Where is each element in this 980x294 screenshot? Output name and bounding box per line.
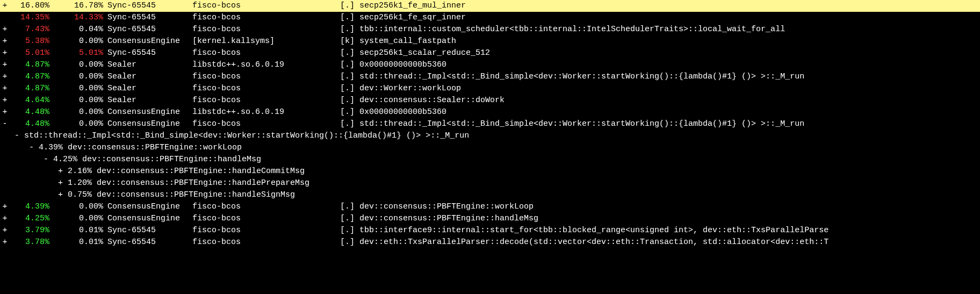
perf-row[interactable]: +16.80%16.78%Sync-65545fisco-bcos[.]secp… [0, 0, 980, 12]
expander-icon[interactable]: + [0, 24, 10, 35]
shared-object: fisco-bcos [192, 12, 340, 24]
expander-icon[interactable]: + [0, 35, 10, 47]
shared-object: fisco-bcos [192, 213, 340, 225]
self-percent: 5.01% [54, 47, 107, 59]
expander-icon[interactable]: + [0, 106, 10, 118]
perf-report: +16.80%16.78%Sync-65545fisco-bcos[.]secp… [0, 0, 980, 248]
command-name: Sync-65545 [107, 24, 192, 35]
symbol-name: 0x00000000000b5360 [359, 59, 980, 71]
command-name: Sync-65545 [107, 236, 192, 248]
command-name: ConsensusEngine [107, 35, 192, 47]
shared-object: fisco-bcos [192, 47, 340, 59]
overhead-percent: 4.48% [10, 106, 54, 118]
overhead-percent: 16.80% [10, 0, 54, 12]
command-name: Sealer [107, 95, 192, 106]
shared-object: fisco-bcos [192, 24, 340, 35]
command-name: Sync-65545 [107, 12, 192, 24]
command-name: Sealer [107, 83, 192, 95]
command-name: ConsensusEngine [107, 106, 192, 118]
marker: [.] [340, 225, 359, 236]
overhead-percent: 5.38% [10, 35, 54, 47]
self-percent: 0.00% [54, 83, 107, 95]
command-name: Sealer [107, 71, 192, 83]
callchain-row[interactable]: - std::thread::_Impl<std::_Bind_simple<d… [0, 130, 980, 142]
symbol-name: secp256k1_fe_sqr_inner [359, 12, 980, 24]
symbol-name: secp256k1_scalar_reduce_512 [359, 47, 980, 59]
expander-icon[interactable]: + [0, 83, 10, 95]
symbol-name: tbb::interface9::internal::start_for<tbb… [359, 225, 980, 236]
expander-icon[interactable]: - [0, 118, 10, 130]
self-percent: 0.00% [54, 71, 107, 83]
symbol-name: std::thread::_Impl<std::_Bind_simple<dev… [359, 118, 980, 130]
perf-row[interactable]: +5.01%5.01%Sync-65545fisco-bcos[.]secp25… [0, 47, 980, 59]
shared-object: fisco-bcos [192, 71, 340, 83]
overhead-percent: 4.64% [10, 95, 54, 106]
marker: [k] [340, 35, 359, 47]
perf-row[interactable]: -4.48%0.00%ConsensusEnginefisco-bcos[.]s… [0, 118, 980, 130]
overhead-percent: 4.87% [10, 83, 54, 95]
marker: [.] [340, 59, 359, 71]
shared-object: fisco-bcos [192, 118, 340, 130]
expander-icon[interactable]: + [0, 71, 10, 83]
self-percent: 0.00% [54, 95, 107, 106]
shared-object: fisco-bcos [192, 236, 340, 248]
marker: [.] [340, 106, 359, 118]
shared-object: fisco-bcos [192, 225, 340, 236]
perf-row[interactable]: +4.48%0.00%ConsensusEnginelibstdc++.so.6… [0, 106, 980, 118]
perf-row[interactable]: +4.87%0.00%Sealerfisco-bcos[.]dev::Worke… [0, 83, 980, 95]
expander-icon[interactable]: + [0, 201, 10, 213]
symbol-name: dev::consensus::PBFTEngine::handleMsg [359, 213, 980, 225]
callchain-text: - 4.25% dev::consensus::PBFTEngine::hand… [0, 154, 261, 166]
self-percent: 0.00% [54, 201, 107, 213]
symbol-name: dev::eth::TxsParallelParser::decode(std:… [359, 236, 980, 248]
perf-row[interactable]: +4.64%0.00%Sealerfisco-bcos[.]dev::conse… [0, 95, 980, 106]
callchain-text: - std::thread::_Impl<std::_Bind_simple<d… [0, 130, 469, 142]
overhead-percent: 14.35% [10, 12, 54, 24]
perf-row[interactable]: +4.87%0.00%Sealerlibstdc++.so.6.0.19[.]0… [0, 59, 980, 71]
self-percent: 0.00% [54, 35, 107, 47]
self-percent: 0.00% [54, 213, 107, 225]
perf-row[interactable]: +4.87%0.00%Sealerfisco-bcos[.]std::threa… [0, 71, 980, 83]
perf-row[interactable]: +3.78%0.01%Sync-65545fisco-bcos[.]dev::e… [0, 236, 980, 248]
overhead-percent: 3.78% [10, 236, 54, 248]
symbol-name: 0x00000000000b5360 [359, 106, 980, 118]
callchain-row[interactable]: - 4.25% dev::consensus::PBFTEngine::hand… [0, 154, 980, 166]
overhead-percent: 4.87% [10, 71, 54, 83]
perf-row[interactable]: +5.38%0.00%ConsensusEngine[kernel.kallsy… [0, 35, 980, 47]
perf-row[interactable]: +4.25%0.00%ConsensusEnginefisco-bcos[.]d… [0, 213, 980, 225]
callchain-text: + 0.75% dev::consensus::PBFTEngine::hand… [0, 189, 295, 201]
command-name: ConsensusEngine [107, 213, 192, 225]
expander-icon[interactable]: + [0, 0, 10, 12]
shared-object: [kernel.kallsyms] [192, 35, 340, 47]
perf-row[interactable]: +7.43%0.04%Sync-65545fisco-bcos[.]tbb::i… [0, 24, 980, 35]
marker: [.] [340, 47, 359, 59]
marker: [.] [340, 213, 359, 225]
callchain-row[interactable]: - 4.39% dev::consensus::PBFTEngine::work… [0, 142, 980, 154]
expander-icon[interactable]: + [0, 225, 10, 236]
callchain-text: + 1.20% dev::consensus::PBFTEngine::hand… [0, 177, 309, 189]
callchain-row[interactable]: + 2.16% dev::consensus::PBFTEngine::hand… [0, 166, 980, 177]
expander-icon[interactable]: + [0, 95, 10, 106]
shared-object: fisco-bcos [192, 95, 340, 106]
overhead-percent: 4.25% [10, 213, 54, 225]
callchain-row[interactable]: + 0.75% dev::consensus::PBFTEngine::hand… [0, 189, 980, 201]
self-percent: 0.00% [54, 106, 107, 118]
perf-row[interactable]: 14.35%14.33%Sync-65545fisco-bcos[.]secp2… [0, 12, 980, 24]
self-percent: 14.33% [54, 12, 107, 24]
marker: [.] [340, 95, 359, 106]
self-percent: 0.01% [54, 225, 107, 236]
command-name: Sync-65545 [107, 0, 192, 12]
expander-icon[interactable]: + [0, 59, 10, 71]
shared-object: fisco-bcos [192, 0, 340, 12]
perf-row[interactable]: +4.39%0.00%ConsensusEnginefisco-bcos[.]d… [0, 201, 980, 213]
expander-icon[interactable]: + [0, 236, 10, 248]
shared-object: fisco-bcos [192, 83, 340, 95]
overhead-percent: 5.01% [10, 47, 54, 59]
callchain-row[interactable]: + 1.20% dev::consensus::PBFTEngine::hand… [0, 177, 980, 189]
expander-icon[interactable]: + [0, 213, 10, 225]
expander-icon[interactable]: + [0, 47, 10, 59]
symbol-name: secp256k1_fe_mul_inner [359, 0, 980, 12]
command-name: ConsensusEngine [107, 201, 192, 213]
symbol-name: system_call_fastpath [359, 35, 980, 47]
perf-row[interactable]: +3.79%0.01%Sync-65545fisco-bcos[.]tbb::i… [0, 225, 980, 236]
